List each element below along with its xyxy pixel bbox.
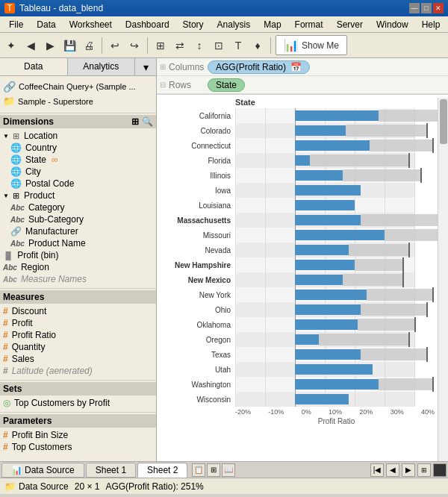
nav-first-button[interactable]: |◀ [370,463,384,477]
menu-format[interactable]: Format [289,18,329,31]
menu-worksheet[interactable]: Worksheet [63,18,118,31]
row-bar-area [235,198,414,213]
bar-blue [295,349,361,360]
view-black-icon[interactable] [433,463,447,477]
dim-country[interactable]: 🌐 Country [0,142,156,154]
scrollbar-thumb[interactable] [440,99,447,144]
toolbar-mark[interactable]: ♦ [249,37,266,54]
menu-story[interactable]: Story [177,18,210,31]
dim-measure-names[interactable]: Abc Measure Names [0,273,156,285]
sets-header[interactable]: Sets [0,382,156,396]
dim-profit-bin[interactable]: ▐▌ Profit (bin) [0,249,156,261]
toolbar-save[interactable]: 💾 [61,37,78,54]
show-me-button[interactable]: 📊 Show Me [276,35,347,55]
set-top-customers[interactable]: ◎ Top Customers by Profit [0,397,156,409]
datasource-superstore[interactable]: 📁 Sample - Superstore [3,94,153,108]
measure-sales[interactable]: # Sales [0,353,156,365]
dim-product-folder[interactable]: ▼ ⊞ Product [0,190,156,201]
param-profit-bin-size[interactable]: # Profit Bin Size [0,429,156,441]
rows-pill[interactable]: State [208,78,245,92]
columns-pill[interactable]: AGG(Profit Ratio) 📅 [208,60,310,74]
toolbar-print[interactable]: 🖨 [81,37,97,54]
menu-window[interactable]: Window [370,18,414,31]
measures-header[interactable]: Measures [0,290,156,304]
dim-manufacturer[interactable]: 🔗 Manufacturer [0,225,156,237]
panel-options[interactable]: ▾ [135,58,156,75]
main-area: Data Analytics ▾ 🔗 CoffeeChain Query+ (S… [0,58,448,461]
dimensions-header[interactable]: Dimensions ⊞ 🔍 [0,115,156,128]
toolbar-forward[interactable]: ▶ [42,37,58,54]
close-button[interactable]: ✕ [433,3,444,13]
nav-prev-button[interactable]: ◀ [386,463,399,477]
menu-file[interactable]: File [3,18,29,31]
menu-analysis[interactable]: Analysis [211,18,257,31]
minimize-button[interactable]: — [409,3,420,13]
toolbar-fit[interactable]: ⊡ [211,37,227,54]
hierarchy-icon: ⊞ [13,131,19,141]
measure-profit-ratio[interactable]: # Profit Ratio [0,329,156,341]
dim-product-name[interactable]: Abc Product Name [0,237,156,249]
toolbar-sort[interactable]: ↕ [191,37,208,54]
menu-help[interactable]: Help [416,18,447,31]
view-grid-icon[interactable]: ⊞ [417,463,431,477]
chart-row: Colorado [157,123,438,138]
row-label: Iowa [157,187,235,195]
tab-data[interactable]: Data [0,58,68,75]
menu-data[interactable]: Data [31,18,61,31]
app-icon: T [4,3,15,13]
search-icon[interactable]: 🔍 [142,116,153,127]
globe-icon-postal: 🌐 [10,178,22,189]
bar-blue [295,260,355,270]
parameters-content: # Profit Bin Size # Top Customers [0,428,156,454]
globe-icon: 🌐 [10,143,22,153]
dim-subcategory[interactable]: Abc Sub-Category [0,213,156,225]
menu-server[interactable]: Server [331,18,369,31]
tab-analytics[interactable]: Analytics [68,58,136,75]
measure-latitude[interactable]: # Latitude (aenerated) [0,365,156,377]
row-bar-area [235,377,414,392]
toolbar-back[interactable]: ◀ [22,37,39,54]
dim-location-folder[interactable]: ▼ ⊞ Location [0,130,156,142]
status-datasource[interactable]: 📁 Data Source [4,481,69,492]
rows-label: ⊟ Rows [160,80,205,90]
chart-row: California [157,108,438,123]
nav-next-button[interactable]: ▶ [402,463,415,477]
chart-area: State CaliforniaColoradoConnecticutFlori… [157,95,448,461]
chart-scrollbar[interactable] [438,98,448,461]
hash-icon-qty: # [3,342,8,352]
datasource-coffeechain[interactable]: 🔗 CoffeeChain Query+ (Sample ... [3,79,153,94]
maximize-button[interactable]: □ [421,3,432,13]
hash-icon-pr: # [3,330,8,340]
measure-discount[interactable]: # Discount [0,305,156,317]
tab-sheet2[interactable]: Sheet 2 [137,463,187,478]
menu-dashboard[interactable]: Dashboard [119,18,175,31]
param-top-customers[interactable]: # Top Customers [0,441,156,453]
chart-row: New York [157,287,438,302]
tab-datasource[interactable]: 📊 Data Source [1,463,84,478]
menu-map[interactable]: Map [258,18,287,31]
measure-profit[interactable]: # Profit [0,317,156,329]
circle-icon-set: ◎ [3,398,10,408]
new-dashboard-button[interactable]: ⊞ [207,463,220,477]
row-label: Massachusetts [157,216,235,225]
toolbar-datasource[interactable]: ⊞ [152,37,169,54]
toolbar-redo[interactable]: ↪ [126,37,143,54]
dim-city[interactable]: 🌐 City [0,166,156,178]
tab-sheet1[interactable]: Sheet 1 [86,463,136,478]
measure-quantity[interactable]: # Quantity [0,341,156,353]
toolbar-swap[interactable]: ⇄ [172,37,188,54]
parameters-header[interactable]: Parameters [0,414,156,428]
dimensions-label: Dimensions [3,116,54,127]
new-worksheet-button[interactable]: 📋 [192,463,205,477]
dim-region[interactable]: Abc Region [0,261,156,273]
grid-icon[interactable]: ⊞ [131,116,139,127]
window-controls[interactable]: — □ ✕ [409,3,444,13]
dim-state[interactable]: 🌐 State ∞ [0,154,156,166]
toolbar-labels[interactable]: T [230,37,246,54]
new-story-button[interactable]: 📖 [222,463,235,477]
dim-postal-code[interactable]: 🌐 Postal Code [0,178,156,190]
toolbar-new[interactable]: ✦ [3,37,19,54]
row-label: Louisiana [157,201,235,210]
toolbar-undo[interactable]: ↩ [107,37,123,54]
dim-category[interactable]: Abc Category [0,201,156,213]
